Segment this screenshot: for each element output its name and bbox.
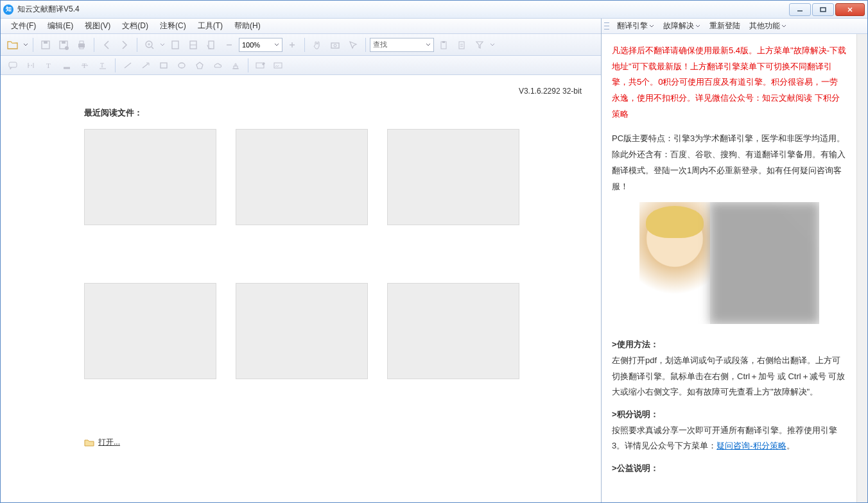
zoom-in-button (141, 37, 158, 53)
zoom-in-slider-button (284, 37, 300, 53)
recent-file-thumb[interactable] (236, 283, 368, 379)
strike-button: T (76, 57, 93, 74)
next-page-button (116, 37, 133, 53)
svg-rect-19 (209, 41, 214, 49)
svg-point-8 (65, 46, 69, 50)
polygon-button (191, 57, 208, 74)
charity-head: >公益说明： (612, 461, 846, 477)
svg-rect-44 (234, 66, 238, 69)
svg-rect-47 (274, 63, 282, 68)
recent-file-thumb[interactable] (84, 283, 216, 379)
minimize-button[interactable] (789, 3, 811, 16)
recent-file-thumb[interactable] (84, 129, 216, 225)
menu-document[interactable]: 文档(D) (117, 19, 153, 33)
zoom-input[interactable]: 100% (239, 38, 282, 52)
grip-icon (604, 21, 609, 31)
usage-head: >使用方法： (612, 337, 846, 353)
toolbar-primary: 100% 查找 (1, 34, 601, 56)
zoom-out-slider-button (221, 37, 238, 53)
menu-other[interactable]: 其他功能 (745, 19, 790, 33)
hand-tool-button (309, 37, 326, 53)
recent-file-thumb[interactable] (387, 283, 519, 379)
save-as-button (55, 37, 72, 53)
notice-text: 凡选择后不翻译请确保使用最新5.4版。上方菜单"故障解决-下载地址"可下载最新版… (612, 43, 846, 122)
stamp-button (227, 57, 244, 74)
toolbar-annotation: T T T (1, 56, 601, 75)
svg-rect-42 (161, 63, 167, 68)
window-title: 知云文献翻译V5.4 (17, 4, 789, 15)
text-select-button (22, 57, 39, 74)
version-label: V3.1.6.2292 32-bit (519, 87, 582, 96)
qr-image (639, 202, 819, 324)
snapshot-button (327, 37, 343, 53)
menu-help[interactable]: 帮助(H) (229, 19, 266, 33)
svg-rect-5 (44, 41, 48, 44)
svg-line-41 (143, 64, 148, 68)
find-input[interactable]: 查找 (370, 38, 434, 52)
open-button[interactable] (4, 37, 21, 53)
svg-line-40 (125, 63, 131, 68)
close-button[interactable] (835, 3, 865, 16)
svg-rect-1 (820, 8, 826, 12)
fit-width-button (185, 37, 202, 53)
filter-dropdown (489, 43, 496, 47)
print-button (73, 37, 90, 53)
fit-page-button (167, 37, 184, 53)
svg-rect-16 (172, 41, 178, 49)
qr-image-block (612, 202, 846, 324)
note-button (4, 57, 21, 74)
recent-file-thumb[interactable] (236, 129, 368, 225)
usage-body: 左侧打开pdf，划选单词或句子或段落，右侧给出翻译。上方可切换翻译引擎。鼠标单击… (612, 353, 846, 400)
points-head: >积分说明： (612, 407, 846, 423)
svg-text:T: T (46, 62, 51, 69)
menu-annotate[interactable]: 注释(C) (155, 19, 191, 33)
highlight-button (58, 57, 75, 74)
scrollbar[interactable] (856, 34, 867, 502)
menu-translation-engine[interactable]: 翻译引擎 (613, 19, 658, 33)
svg-rect-26 (442, 41, 445, 43)
prev-page-button (98, 37, 115, 53)
zoom-in-dropdown (159, 43, 166, 47)
recent-files-grid (84, 129, 582, 379)
svg-rect-10 (80, 41, 83, 44)
maximize-button[interactable] (812, 3, 834, 16)
svg-rect-23 (331, 43, 339, 48)
open-file-label: 打开... (98, 437, 120, 448)
menu-view[interactable]: 视图(V) (80, 19, 116, 33)
folder-icon (84, 438, 94, 447)
menu-relogin[interactable]: 重新登陆 (706, 19, 744, 33)
points-link[interactable]: 疑问咨询-积分策略 (716, 441, 786, 450)
save-button (37, 37, 54, 53)
features-text: PC版主要特点：引擎3为学术翻译引擎，医学和非医学均适用。除此外还含有：百度、谷… (612, 131, 846, 194)
svg-point-43 (178, 63, 185, 68)
line-button (119, 57, 136, 74)
rotate-button (203, 37, 220, 53)
filter-button (471, 37, 488, 53)
svg-text:T: T (100, 62, 104, 69)
menubar: 文件(F) 编辑(E) 视图(V) 文档(D) 注释(C) 工具(T) 帮助(H… (1, 19, 601, 34)
app-icon: 知 (3, 4, 13, 15)
cloud-button (209, 57, 226, 74)
right-menubar: 翻译引擎 故障解决 重新登陆 其他功能 (602, 19, 867, 34)
svg-rect-27 (459, 42, 464, 49)
select-tool-button (345, 37, 361, 53)
menu-edit[interactable]: 编辑(E) (42, 19, 78, 33)
clipboard-button (435, 37, 452, 53)
titlebar: 知 知云文献翻译V5.4 (1, 1, 867, 19)
open-dropdown[interactable] (22, 43, 29, 47)
right-content: 凡选择后不翻译请确保使用最新5.4版。上方菜单"故障解决-下载地址"可下载最新版… (602, 34, 856, 502)
menu-file[interactable]: 文件(F) (6, 19, 41, 33)
ellipse-button (173, 57, 190, 74)
underline-button: T (94, 57, 111, 74)
arrow-button (137, 57, 154, 74)
edit-form-button (252, 57, 269, 74)
sign-button (270, 57, 287, 74)
open-file-link[interactable]: 打开... (84, 437, 582, 448)
menu-troubleshoot[interactable]: 故障解决 (659, 19, 704, 33)
svg-point-24 (334, 44, 336, 47)
menu-tools[interactable]: 工具(T) (193, 19, 228, 33)
svg-rect-7 (62, 41, 65, 44)
recent-file-thumb[interactable] (387, 129, 519, 225)
rect-button (155, 57, 172, 74)
svg-rect-30 (9, 62, 17, 67)
